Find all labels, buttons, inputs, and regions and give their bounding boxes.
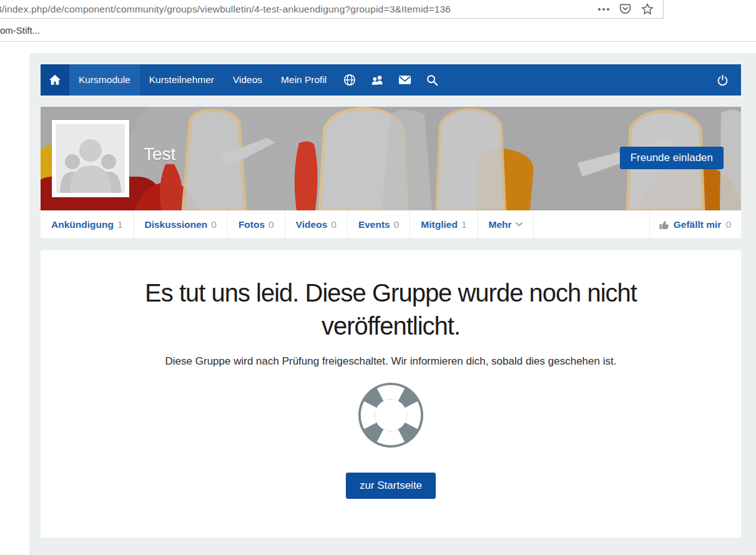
nav-logout-button[interactable] (704, 64, 741, 96)
power-icon (717, 74, 729, 86)
like-button[interactable]: Gefällt mir 0 (649, 210, 741, 238)
tab-count: 1 (461, 219, 467, 230)
tab-events[interactable]: Events 0 (348, 210, 410, 238)
page-background: Kursmodule Kursteilnehmer Videos Mein Pr… (29, 53, 756, 555)
nav-item-label: Kursteilnehmer (149, 74, 214, 86)
nav-item-label: Kursmodule (79, 74, 130, 86)
like-count: 0 (725, 219, 731, 230)
group-title: Test (144, 144, 175, 164)
chevron-down-icon (516, 222, 523, 227)
pocket-save-icon[interactable] (619, 2, 632, 16)
tab-label: Videos (296, 219, 328, 230)
nav-friends-button[interactable] (363, 64, 391, 96)
tab-count: 1 (117, 219, 123, 230)
tab-label: Mehr (489, 219, 512, 230)
page-actions-icon[interactable] (597, 7, 610, 11)
home-icon (49, 74, 61, 86)
tab-count: 0 (331, 219, 336, 230)
truncated-tab-title: om-Stift... (0, 25, 40, 36)
tab-mitglied[interactable]: Mitglied 1 (410, 210, 478, 238)
nav-item-kursmodule[interactable]: Kursmodule (69, 64, 140, 96)
bookmark-star-icon[interactable] (641, 2, 654, 16)
tab-videos[interactable]: Videos 0 (285, 210, 348, 238)
friends-icon (371, 74, 383, 86)
tab-count: 0 (394, 219, 400, 230)
group-avatar[interactable] (52, 120, 129, 197)
tab-count: 0 (268, 219, 274, 230)
nav-search-button[interactable] (418, 64, 446, 96)
notice-heading: Es tut uns leid. Diese Gruppe wurde noch… (96, 250, 686, 343)
nav-home-button[interactable] (41, 64, 69, 96)
nav-item-videos[interactable]: Videos (223, 64, 272, 96)
site-container: Kursmodule Kursteilnehmer Videos Mein Pr… (41, 64, 741, 538)
nav-item-label: Videos (233, 74, 262, 86)
tab-label: Events (358, 219, 390, 230)
notice-subtext: Diese Gruppe wird nach Prüfung freigesch… (41, 355, 741, 368)
navbar-spacer (446, 64, 704, 96)
unpublished-notice-card: Es tut uns leid. Diese Gruppe wurde noch… (41, 250, 741, 538)
tab-label: Mitglied (421, 219, 458, 230)
group-tabbar: Ankündigung 1 Diskussionen 0 Fotos 0 Vid… (41, 210, 741, 239)
globe-icon (343, 74, 356, 86)
nav-item-label: Mein Profil (281, 74, 326, 86)
tab-label: Ankündigung (51, 219, 114, 230)
lifebuoy-icon (357, 381, 425, 449)
group-banner: Test Freunde einladen (41, 107, 741, 210)
thumbs-up-icon (659, 220, 669, 230)
search-icon (426, 74, 438, 86)
nav-item-mein-profil[interactable]: Mein Profil (272, 64, 336, 96)
nav-messages-button[interactable] (391, 64, 418, 96)
go-to-homepage-button[interactable]: zur Startseite (346, 473, 436, 499)
browser-secondary-row: om-Stift... (0, 19, 756, 42)
browser-address-bar[interactable]: 3/index.php/de/component/community/group… (0, 0, 664, 19)
tab-label: Fotos (238, 219, 265, 230)
tab-count: 0 (211, 219, 217, 230)
like-label: Gefällt mir (674, 219, 722, 230)
nav-community-button[interactable] (336, 64, 363, 96)
page-url[interactable]: 3/index.php/de/component/community/group… (0, 4, 451, 15)
tab-label: Diskussionen (145, 219, 208, 230)
tab-mehr[interactable]: Mehr (478, 210, 534, 238)
tab-diskussionen[interactable]: Diskussionen 0 (134, 210, 228, 238)
chrome-gap (0, 42, 756, 53)
tab-ankuendigung[interactable]: Ankündigung 1 (41, 210, 134, 238)
tabbar-spacer (534, 210, 649, 238)
group-avatar-placeholder-icon (56, 124, 125, 193)
main-navbar: Kursmodule Kursteilnehmer Videos Mein Pr… (41, 64, 741, 96)
nav-item-kursteilnehmer[interactable]: Kursteilnehmer (140, 64, 223, 96)
invite-friends-button[interactable]: Freunde einladen (620, 147, 724, 169)
mail-icon (398, 75, 411, 85)
tab-fotos[interactable]: Fotos 0 (228, 210, 285, 238)
